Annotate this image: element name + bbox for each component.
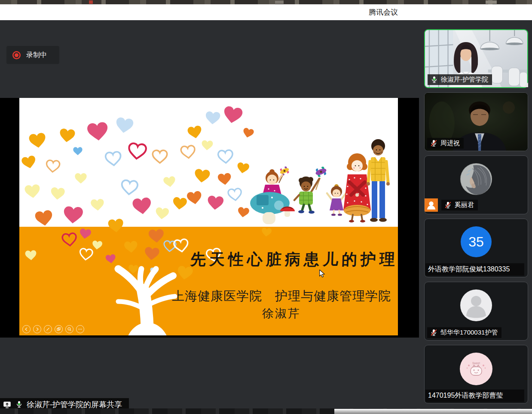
- participant-tile[interactable]: 奚丽君: [424, 155, 528, 214]
- slide-nav-more[interactable]: [76, 325, 84, 333]
- tencent-meeting-window: 腾讯会议 录制中: [0, 0, 532, 414]
- tab-speck: [275, 0, 284, 4]
- participant-name: 邹华华1700031护管: [440, 329, 498, 337]
- participant-tile[interactable]: 35外语教学部阮俊斌1380335: [424, 219, 528, 277]
- person-badge-icon: [425, 198, 438, 212]
- share-banner-label: 徐淑芹-护管学院的屏幕共享: [27, 399, 122, 410]
- slide-subtitle: 上海健康医学院 护理与健康管理学院: [148, 288, 398, 305]
- slide-author: 徐淑芹: [148, 306, 398, 321]
- participant-tile[interactable]: 邹华华1700031护管: [424, 282, 528, 341]
- recording-indicator[interactable]: 录制中: [6, 46, 59, 64]
- avatar-caption: Sweet: [472, 362, 480, 365]
- participant-name: 1470195外语教学部曹莹: [428, 391, 503, 400]
- participant-tile[interactable]: Sweet1470195外语教学部曹莹: [424, 345, 528, 404]
- participant-name: 周进祝: [440, 139, 460, 147]
- app-title: 腾讯会议: [369, 4, 398, 20]
- mic-on-icon: [15, 400, 23, 408]
- participant-name: 奚丽君: [455, 201, 474, 209]
- tab-speck: [486, 0, 497, 4]
- participant-tile[interactable]: 周进祝: [424, 92, 528, 151]
- slide-nav-slides[interactable]: [55, 325, 63, 333]
- avatar-number: 35: [468, 234, 484, 250]
- window-title-bar: 腾讯会议: [0, 4, 532, 20]
- slide-nav-pen[interactable]: [44, 325, 52, 333]
- taskbar-strip: [0, 408, 532, 414]
- slide-nav-zoom[interactable]: [65, 325, 73, 333]
- browser-tab-strip: [0, 0, 532, 4]
- mic-muted-icon: [444, 201, 452, 209]
- recording-label: 录制中: [26, 51, 47, 60]
- sidebar-resize-handle[interactable]: [523, 82, 528, 87]
- mic-on-icon: [430, 76, 438, 84]
- tab-speck: [89, 0, 93, 4]
- mouse-cursor: [319, 270, 325, 280]
- shared-slide: 先天性心脏病患儿的护理 上海健康医学院 护理与健康管理学院 徐淑芹: [19, 98, 398, 335]
- slide-title: 先天性心脏病患儿的护理: [174, 249, 398, 270]
- slide-nav-prev[interactable]: [22, 325, 31, 333]
- recording-icon: [12, 51, 21, 60]
- slide-nav-next[interactable]: [33, 325, 41, 333]
- slide-nav-toolbar: [22, 325, 84, 333]
- mic-muted-icon: [430, 139, 438, 147]
- taskbar-light-segment: [334, 409, 532, 414]
- mic-muted-icon: [430, 329, 438, 337]
- participant-label: 奚丽君: [425, 198, 478, 212]
- participant-name: 外语教学部阮俊斌1380335: [428, 265, 510, 274]
- participant-tile[interactable]: 徐淑芹-护管学院: [424, 29, 528, 88]
- participant-name: 徐淑芹-护管学院: [441, 76, 488, 84]
- screen-share-icon: [3, 400, 12, 409]
